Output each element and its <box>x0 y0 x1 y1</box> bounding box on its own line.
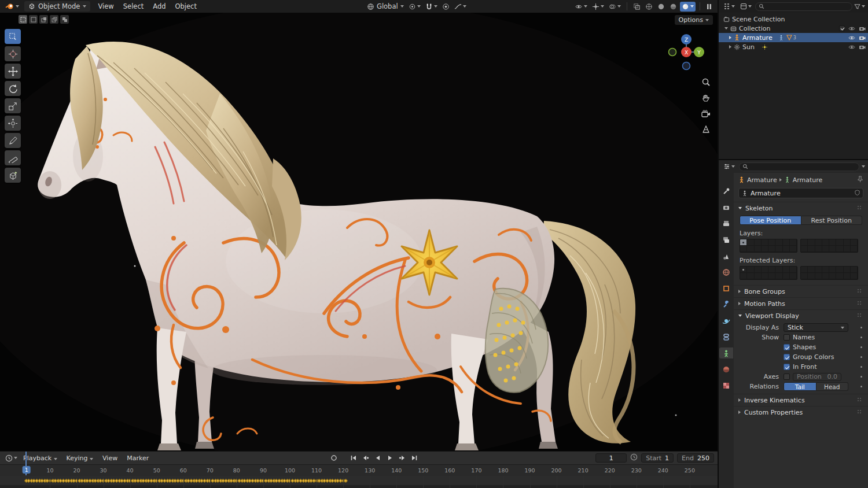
layer-cell[interactable] <box>801 239 808 246</box>
shading-rendered-button[interactable] <box>680 2 696 12</box>
layer-cell[interactable] <box>783 239 790 246</box>
layer-cell[interactable] <box>768 246 775 252</box>
shading-solid-button[interactable] <box>656 2 667 12</box>
object-visibility-dropdown[interactable] <box>573 2 589 11</box>
layer-cell[interactable] <box>815 239 822 246</box>
group-colors-checkbox[interactable] <box>784 354 790 360</box>
layer-cell[interactable] <box>747 246 754 252</box>
proportional-falloff-dropdown[interactable] <box>453 2 468 12</box>
layer-cell[interactable] <box>851 267 858 273</box>
section-inverse-kinematics[interactable]: Inverse Kinematics <box>734 394 868 406</box>
layer-cell[interactable] <box>801 267 808 273</box>
layer-cell[interactable] <box>768 273 775 279</box>
layer-cell[interactable] <box>768 239 775 246</box>
tab-modifiers-icon[interactable] <box>719 299 733 310</box>
layer-cell[interactable] <box>755 273 762 279</box>
layer-cell[interactable] <box>851 246 858 252</box>
tool-move-button[interactable] <box>5 64 21 79</box>
select-mode-box-icon[interactable] <box>29 15 38 24</box>
blender-logo-icon[interactable] <box>3 1 21 12</box>
animate-dot[interactable] <box>860 346 862 348</box>
disable-render-camera-icon[interactable] <box>859 25 866 31</box>
timeline-ruler[interactable]: 1020304050607080901001101201301401501601… <box>0 464 718 476</box>
layer-cell[interactable] <box>801 273 808 279</box>
tab-output-icon[interactable] <box>719 218 733 229</box>
layer-cell[interactable] <box>851 239 858 246</box>
tab-object-data-icon[interactable] <box>719 347 733 358</box>
mode-selector[interactable]: Object Mode <box>24 1 90 12</box>
protected-layers-grid[interactable] <box>734 265 868 282</box>
expand-caret-icon[interactable] <box>729 36 731 39</box>
layer-cell[interactable] <box>801 246 808 252</box>
start-frame-field[interactable]: Start1 <box>641 453 674 463</box>
previous-keyframe-button[interactable] <box>361 453 371 463</box>
layer-cell[interactable] <box>836 246 843 252</box>
animate-dot[interactable] <box>860 327 862 328</box>
datablock-name-input[interactable]: Armature <box>738 188 863 198</box>
layer-cell[interactable] <box>844 246 851 252</box>
layer-cell[interactable] <box>815 246 822 252</box>
layer-cell[interactable] <box>740 273 747 279</box>
layer-cell[interactable] <box>822 273 829 279</box>
outliner-row-scene-collection[interactable]: Scene Collection <box>719 14 868 24</box>
perspective-toggle-icon[interactable] <box>701 125 711 136</box>
tool-rotate-button[interactable] <box>5 81 21 96</box>
preview-range-icon[interactable] <box>630 453 638 463</box>
hide-eye-icon[interactable] <box>848 35 855 41</box>
tab-render-icon[interactable] <box>719 202 733 213</box>
navigation-gizmo[interactable]: Z Y X <box>665 31 707 75</box>
layer-cell[interactable] <box>829 273 836 279</box>
viewport-3d[interactable]: Options Z Y <box>0 13 718 451</box>
layer-cell[interactable] <box>775 267 782 273</box>
in-front-checkbox[interactable] <box>784 364 790 370</box>
layer-cell[interactable] <box>740 246 747 252</box>
layer-cell[interactable] <box>747 273 754 279</box>
playhead-frame-badge[interactable]: 1 <box>23 466 31 474</box>
disable-render-camera-icon[interactable] <box>859 44 866 50</box>
layer-cell[interactable] <box>740 267 747 273</box>
layer-cell[interactable] <box>844 239 851 246</box>
shading-wireframe-button[interactable] <box>643 2 654 12</box>
pan-hand-icon[interactable] <box>701 94 711 105</box>
menu-object[interactable]: Object <box>171 1 201 12</box>
layer-cell[interactable] <box>790 246 797 252</box>
names-checkbox[interactable] <box>784 334 790 341</box>
tab-physics-icon[interactable] <box>719 315 733 326</box>
axes-checkbox[interactable] <box>784 374 790 380</box>
layer-cell[interactable] <box>808 267 815 273</box>
properties-editor-type-dropdown[interactable] <box>722 162 737 171</box>
tool-annotate-button[interactable] <box>5 133 21 148</box>
layer-cell[interactable] <box>775 239 782 246</box>
viewport-options-dropdown[interactable]: Options <box>675 15 713 25</box>
layer-cell[interactable] <box>775 273 782 279</box>
display-as-dropdown[interactable]: Stick <box>784 323 848 332</box>
layer-cell[interactable] <box>755 239 762 246</box>
outliner-search-input[interactable] <box>755 2 852 11</box>
menu-add[interactable]: Add <box>149 1 170 12</box>
transform-orientation-dropdown[interactable]: Global <box>365 1 406 12</box>
tab-material-icon[interactable] <box>719 364 733 375</box>
layer-cell[interactable] <box>783 267 790 273</box>
collection-checkbox[interactable] <box>839 25 845 31</box>
panel-grip-icon[interactable] <box>858 410 863 415</box>
layer-cell[interactable] <box>755 246 762 252</box>
tab-view-layer-icon[interactable] <box>719 234 733 245</box>
timeline-menu-marker[interactable]: Marker <box>123 453 153 463</box>
pose-position-button[interactable]: Pose Position <box>740 216 801 225</box>
layer-cell[interactable] <box>829 267 836 273</box>
select-mode-intersect-icon[interactable] <box>60 15 69 24</box>
tool-scale-button[interactable] <box>5 98 21 113</box>
layer-cell[interactable] <box>808 239 815 246</box>
axes-position-field[interactable]: Position 0.0 <box>793 373 841 381</box>
panel-grip-icon[interactable] <box>858 398 863 402</box>
gizmos-dropdown[interactable] <box>590 2 606 12</box>
layer-cell[interactable] <box>762 239 768 246</box>
auto-keyframe-toggle[interactable] <box>329 453 339 463</box>
pause-sync-icon[interactable] <box>704 2 714 11</box>
layer-cell[interactable] <box>790 267 797 273</box>
disable-render-camera-icon[interactable] <box>859 35 866 40</box>
relations-tail-button[interactable]: Tail <box>784 382 816 391</box>
hide-eye-icon[interactable] <box>848 25 855 32</box>
expand-caret-icon[interactable] <box>724 27 728 29</box>
tool-cursor-button[interactable] <box>5 46 21 61</box>
